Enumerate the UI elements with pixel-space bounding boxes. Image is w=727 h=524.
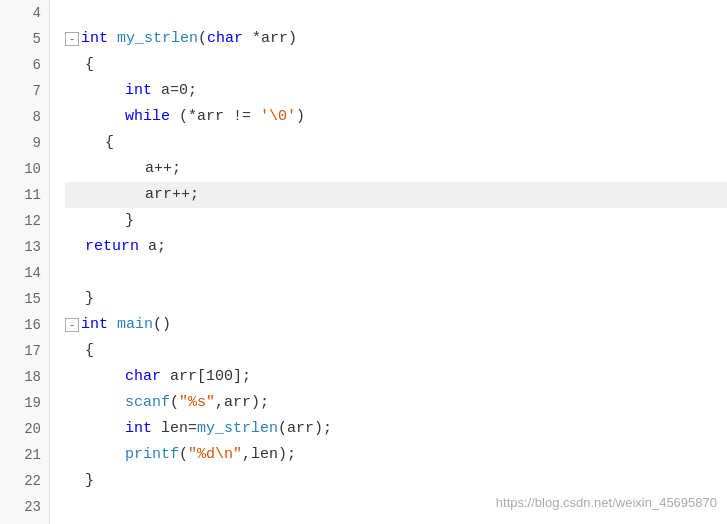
line-num-9: 9 — [0, 130, 41, 156]
code-line-19: scanf ( "%s" ,arr); — [65, 390, 727, 416]
line-numbers: 4 5 6 7 8 9 10 11 12 13 14 15 16 17 18 1… — [0, 0, 50, 524]
line-num-10: 10 — [0, 156, 41, 182]
line-num-23: 23 — [0, 494, 41, 520]
line-num-14: 14 — [0, 260, 41, 286]
code-line-13: return a; — [65, 234, 727, 260]
watermark: https://blog.csdn.net/weixin_45695870 — [496, 490, 717, 516]
code-line-6: { — [65, 52, 727, 78]
line-num-6: 6 — [0, 52, 41, 78]
code-line-4 — [65, 0, 727, 26]
code-area: - int my_strlen ( char *arr) { int a = 0… — [55, 0, 727, 524]
line-num-7: 7 — [0, 78, 41, 104]
line-num-22: 22 — [0, 468, 41, 494]
fold-icon-16[interactable]: - — [65, 318, 79, 332]
code-line-11: arr++; — [65, 182, 727, 208]
line-num-15: 15 — [0, 286, 41, 312]
code-line-12: } — [65, 208, 727, 234]
code-line-18: char arr[100]; — [65, 364, 727, 390]
line-num-16: 16 — [0, 312, 41, 338]
line-num-17: 17 — [0, 338, 41, 364]
code-line-10: a++; — [65, 156, 727, 182]
line-num-8: 8 — [0, 104, 41, 130]
line-num-11: 11 — [0, 182, 41, 208]
code-line-7: int a = 0; — [65, 78, 727, 104]
code-container: 4 5 6 7 8 9 10 11 12 13 14 15 16 17 18 1… — [0, 0, 727, 524]
line-num-5: 5 — [0, 26, 41, 52]
code-line-5: - int my_strlen ( char *arr) — [65, 26, 727, 52]
fold-icon-5[interactable]: - — [65, 32, 79, 46]
line-num-12: 12 — [0, 208, 41, 234]
line-num-21: 21 — [0, 442, 41, 468]
code-line-20: int len= my_strlen (arr); — [65, 416, 727, 442]
code-line-21: printf ( "%d\n" ,len); — [65, 442, 727, 468]
line-num-19: 19 — [0, 390, 41, 416]
line-num-13: 13 — [0, 234, 41, 260]
code-line-15: } — [65, 286, 727, 312]
line-num-20: 20 — [0, 416, 41, 442]
code-line-17: { — [65, 338, 727, 364]
line-num-4: 4 — [0, 0, 41, 26]
code-line-14 — [65, 260, 727, 286]
line-num-18: 18 — [0, 364, 41, 390]
code-line-8: while (*arr != '\0' ) — [65, 104, 727, 130]
code-line-16: - int main () — [65, 312, 727, 338]
code-line-9: { — [65, 130, 727, 156]
